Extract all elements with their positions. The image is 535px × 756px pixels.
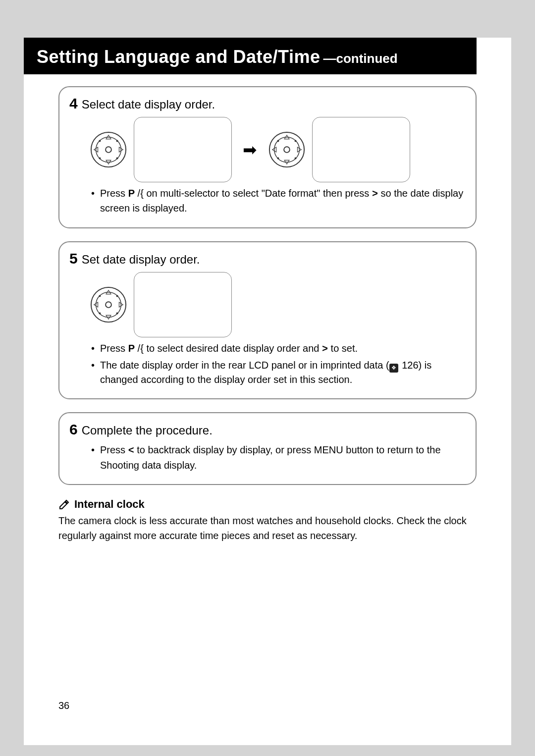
chapter-title-main: Setting Language and Date/Time bbox=[37, 47, 320, 67]
right-button-symbol: > bbox=[322, 343, 328, 355]
step-5-number: 5 bbox=[69, 250, 78, 267]
internal-clock-body: The camera clock is less accurate than m… bbox=[58, 514, 477, 543]
step-4-bullet-1: Press P /{ on multi-selector to select "… bbox=[91, 186, 466, 216]
internal-clock-title: Internal clock bbox=[74, 498, 145, 511]
step-5-illustration-row bbox=[89, 272, 466, 337]
text-fragment: Press bbox=[100, 188, 128, 199]
lcd-screen-placeholder bbox=[312, 117, 410, 182]
chapter-title-bar: Setting Language and Date/Time —continue… bbox=[24, 38, 477, 74]
page-background: Setting Language and Date/Time —continue… bbox=[0, 0, 535, 756]
lcd-screen-placeholder bbox=[134, 117, 232, 182]
svg-point-19 bbox=[295, 140, 297, 142]
page-reference-icon: ❖ bbox=[389, 364, 398, 373]
svg-point-0 bbox=[91, 132, 126, 167]
svg-point-13 bbox=[284, 147, 290, 153]
pencil-icon bbox=[58, 498, 70, 510]
page-reference-number: 126 bbox=[402, 360, 418, 371]
svg-point-21 bbox=[295, 158, 297, 160]
svg-point-7 bbox=[99, 140, 101, 142]
multi-selector-icon bbox=[89, 285, 128, 324]
step-6-title: Complete the procedure. bbox=[82, 424, 213, 437]
arrow-right-icon: ➡ bbox=[243, 141, 257, 158]
step-4-title: Select date display order. bbox=[82, 98, 215, 111]
text-fragment: to backtrack display by display, or pres… bbox=[100, 444, 441, 470]
svg-point-22 bbox=[91, 287, 126, 322]
svg-point-29 bbox=[99, 295, 101, 297]
step-6-box: 6 Complete the procedure. Press < to bac… bbox=[58, 412, 477, 485]
step-5-bullet-2: The date display order in the rear LCD p… bbox=[91, 358, 466, 386]
page-content: 4 Select date display order. bbox=[58, 86, 477, 543]
multi-selector-icon bbox=[268, 130, 306, 169]
text-fragment: The date display order in the rear LCD p… bbox=[100, 360, 389, 371]
page-number: 36 bbox=[58, 700, 69, 711]
step-6-bullet-1: Press < to backtrack display by display,… bbox=[91, 443, 466, 472]
step-5-body: Press P /{ to select desired date displa… bbox=[91, 341, 466, 387]
step-4-header: 4 Select date display order. bbox=[69, 95, 466, 112]
svg-point-8 bbox=[116, 140, 118, 142]
svg-point-32 bbox=[116, 312, 118, 314]
svg-point-10 bbox=[116, 158, 118, 160]
text-fragment: /{ to select desired date display order … bbox=[135, 343, 322, 354]
step-4-number: 4 bbox=[69, 95, 78, 112]
text-fragment: Press bbox=[100, 343, 128, 354]
step-5-box: 5 Set date display order. bbox=[58, 241, 477, 400]
svg-point-11 bbox=[269, 132, 304, 167]
svg-point-2 bbox=[106, 147, 111, 153]
page: Setting Language and Date/Time —continue… bbox=[24, 38, 511, 745]
text-fragment: to set. bbox=[328, 343, 358, 354]
svg-point-20 bbox=[277, 158, 279, 160]
step-6-body: Press < to backtrack display by display,… bbox=[91, 443, 466, 472]
step-5-bullet-1: Press P /{ to select desired date displa… bbox=[91, 341, 466, 356]
step-6-header: 6 Complete the procedure. bbox=[69, 421, 466, 438]
svg-point-30 bbox=[116, 295, 118, 297]
text-fragment: Press bbox=[100, 444, 128, 455]
svg-point-9 bbox=[99, 158, 101, 160]
lcd-screen-placeholder bbox=[134, 272, 232, 337]
left-button-symbol: < bbox=[128, 445, 134, 456]
step-5-header: 5 Set date display order. bbox=[69, 250, 466, 267]
step-6-number: 6 bbox=[69, 421, 78, 438]
multi-selector-icon bbox=[89, 130, 128, 169]
right-button-symbol: > bbox=[372, 188, 378, 200]
text-fragment: /{ on multi-selector to select "Date for… bbox=[135, 188, 372, 199]
internal-clock-header: Internal clock bbox=[58, 498, 477, 511]
step-5-title: Set date display order. bbox=[82, 253, 200, 267]
svg-point-18 bbox=[277, 140, 279, 142]
step-4-box: 4 Select date display order. bbox=[58, 86, 477, 228]
svg-point-24 bbox=[106, 302, 111, 308]
chapter-title-suffix: —continued bbox=[323, 51, 397, 66]
svg-point-31 bbox=[99, 312, 101, 314]
press-symbol: P bbox=[128, 188, 135, 199]
step-4-body: Press P /{ on multi-selector to select "… bbox=[91, 186, 466, 216]
step-4-illustration-row: ➡ bbox=[89, 117, 466, 182]
press-symbol: P bbox=[128, 343, 135, 354]
